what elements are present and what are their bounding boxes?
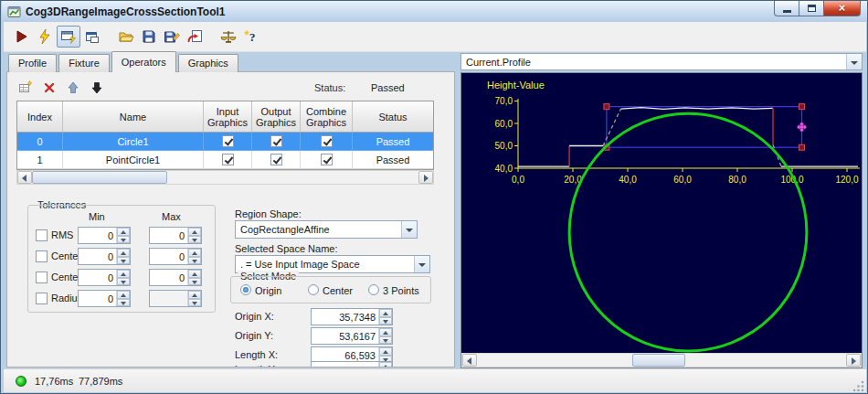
origin-y-spinner[interactable]: 53,6167 xyxy=(311,327,393,345)
scroll-left-button[interactable] xyxy=(17,171,32,184)
centery-min-spinner[interactable]: 0 xyxy=(78,269,131,286)
spin-down-button[interactable] xyxy=(117,257,130,265)
rms-min-spinner[interactable]: 0 xyxy=(78,227,131,244)
move-up-button[interactable] xyxy=(64,79,82,97)
chart-horizontal-scrollbar[interactable] xyxy=(461,353,862,367)
delete-operator-button[interactable] xyxy=(40,79,58,97)
scroll-left-button[interactable] xyxy=(462,354,477,367)
radius-max-spinner[interactable] xyxy=(149,290,202,307)
minimize-button[interactable] xyxy=(774,1,799,16)
combine-graphics-checkbox[interactable] xyxy=(321,135,333,147)
titlebar[interactable]: Cog3DRangeImageCrossSectionTool1 × xyxy=(2,1,868,22)
add-operator-button[interactable] xyxy=(16,79,35,97)
rms-max-spinner[interactable]: 0 xyxy=(149,227,202,244)
profile-selector-combo[interactable]: Current.Profile xyxy=(460,53,863,70)
spin-down-button[interactable] xyxy=(379,317,392,325)
tab-profile[interactable]: Profile xyxy=(8,54,57,72)
chevron-down-icon[interactable] xyxy=(401,221,417,238)
origin-radio-label[interactable]: Origin xyxy=(255,285,281,296)
spin-down-button[interactable] xyxy=(117,299,130,307)
scrollbar-thumb[interactable] xyxy=(32,171,167,184)
centerx-max-spinner[interactable]: 0 xyxy=(149,248,202,265)
three-points-radio-label[interactable]: 3 Points xyxy=(383,285,419,296)
column-header-input-graphics[interactable]: Input Graphics xyxy=(204,101,252,133)
spin-up-button[interactable] xyxy=(188,228,201,236)
column-header-output-graphics[interactable]: Output Graphics xyxy=(252,101,301,133)
scroll-right-button[interactable] xyxy=(846,354,861,367)
electric-toggle-button[interactable] xyxy=(57,26,80,48)
output-graphics-checkbox[interactable] xyxy=(270,135,282,147)
column-header-name[interactable]: Name xyxy=(63,101,204,133)
scrollbar-track[interactable] xyxy=(32,171,418,184)
run-electric-button[interactable] xyxy=(34,26,56,48)
radius-checkbox[interactable] xyxy=(36,293,48,304)
spin-down-button[interactable] xyxy=(188,299,201,307)
centerx-checkbox[interactable] xyxy=(36,250,48,262)
input-graphics-checkbox[interactable] xyxy=(222,154,234,165)
spin-up-button[interactable] xyxy=(117,228,130,236)
table-horizontal-scrollbar[interactable] xyxy=(16,170,434,185)
centery-max-spinner[interactable]: 0 xyxy=(149,269,202,286)
length-y-spinner[interactable]: 15,3537 xyxy=(311,361,393,367)
column-header-index[interactable]: Index xyxy=(17,101,63,133)
table-row[interactable]: 1 PointCircle1 Passed xyxy=(17,151,433,169)
scrollbar-thumb[interactable] xyxy=(632,354,685,367)
three-points-radio[interactable] xyxy=(368,284,379,295)
origin-radio[interactable] xyxy=(240,284,251,295)
spin-up-button[interactable] xyxy=(379,347,392,356)
run-button[interactable] xyxy=(11,26,33,48)
scroll-right-button[interactable] xyxy=(418,171,433,184)
tab-operators[interactable]: Operators xyxy=(111,51,176,72)
float-window-button[interactable] xyxy=(81,26,103,48)
spin-up-button[interactable] xyxy=(117,249,130,257)
open-button[interactable] xyxy=(115,26,137,48)
scrollbar-track[interactable] xyxy=(477,354,846,367)
radius-min-spinner[interactable]: 0 xyxy=(78,290,131,307)
spin-down-button[interactable] xyxy=(188,278,201,286)
spin-up-button[interactable] xyxy=(188,270,201,278)
spin-up-button[interactable] xyxy=(188,291,201,299)
spin-down-button[interactable] xyxy=(379,336,392,345)
combine-graphics-checkbox[interactable] xyxy=(321,154,333,165)
save-as-button[interactable] xyxy=(161,26,183,48)
input-graphics-checkbox[interactable] xyxy=(222,135,234,147)
save-button[interactable] xyxy=(138,26,160,48)
table-row[interactable]: 0 Circle1 Passed xyxy=(17,133,433,151)
row-name-cell[interactable]: PointCircle1 xyxy=(63,151,204,169)
spin-down-button[interactable] xyxy=(117,278,130,286)
help-button[interactable]: ? xyxy=(240,26,262,48)
origin-x-spinner[interactable]: 35,7348 xyxy=(311,308,393,325)
center-radio-label[interactable]: Center xyxy=(323,285,353,296)
move-down-button[interactable] xyxy=(88,79,106,97)
import-button[interactable] xyxy=(184,26,206,48)
centerx-min-spinner[interactable]: 0 xyxy=(78,248,131,265)
spin-down-button[interactable] xyxy=(117,236,130,244)
resize-grip[interactable] xyxy=(853,379,865,391)
profile-chart-canvas[interactable]: Height-Value70,060,050,040,00,020,040,06… xyxy=(461,73,862,353)
tab-graphics[interactable]: Graphics xyxy=(178,54,238,72)
tab-fixture[interactable]: Fixture xyxy=(58,54,110,72)
chevron-down-icon[interactable] xyxy=(846,54,862,69)
column-header-combine-graphics[interactable]: Combine Graphics xyxy=(301,101,353,133)
spin-up-button[interactable] xyxy=(188,249,201,257)
benchmark-button[interactable] xyxy=(217,26,239,48)
output-graphics-checkbox[interactable] xyxy=(270,154,282,165)
center-radio[interactable] xyxy=(308,284,319,295)
maximize-button[interactable] xyxy=(799,1,824,16)
row-name-cell[interactable]: Circle1 xyxy=(63,133,204,151)
row-index-cell[interactable]: 0 xyxy=(17,133,63,151)
region-shape-combo[interactable]: CogRectangleAffine xyxy=(235,220,418,239)
centery-checkbox[interactable] xyxy=(36,272,48,283)
spin-up-button[interactable] xyxy=(379,328,392,336)
chevron-down-icon[interactable] xyxy=(414,256,429,272)
row-index-cell[interactable]: 1 xyxy=(17,151,63,169)
rms-checkbox[interactable] xyxy=(36,229,48,241)
spin-up-button[interactable] xyxy=(379,362,392,367)
spin-up-button[interactable] xyxy=(379,309,392,317)
column-header-status[interactable]: Status xyxy=(353,101,433,133)
spin-down-button[interactable] xyxy=(188,236,201,244)
spin-up-button[interactable] xyxy=(117,270,130,278)
spin-down-button[interactable] xyxy=(188,257,201,265)
spin-up-button[interactable] xyxy=(117,291,130,299)
close-button[interactable]: × xyxy=(824,1,861,16)
